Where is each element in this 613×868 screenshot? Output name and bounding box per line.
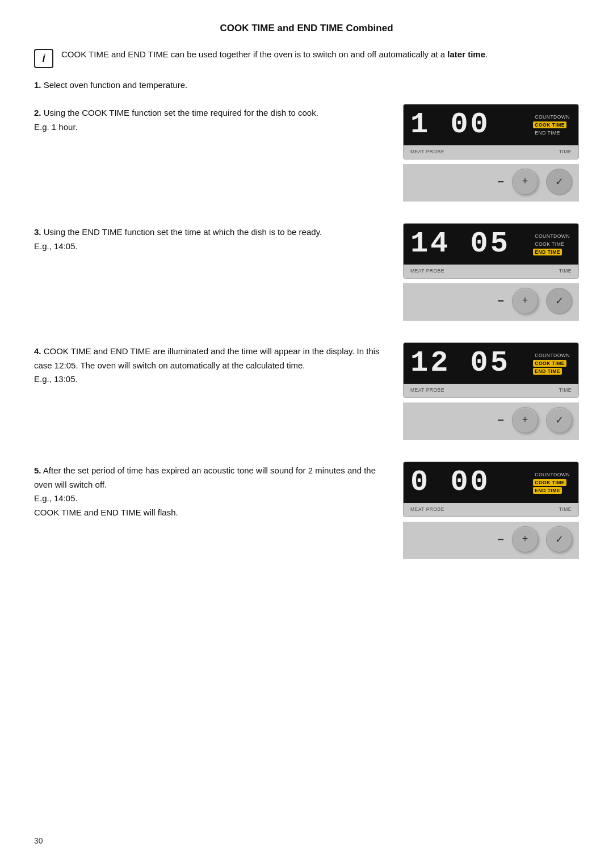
plus-icon-2: + — [522, 175, 528, 187]
confirm-btn-5[interactable]: ✓ — [546, 526, 572, 552]
step-2-eg: E.g. 1 hour. — [34, 122, 78, 132]
display-bottom-3: MEAT PROBE TIME — [404, 265, 578, 278]
label-meatprobe-3: MEAT PROBE — [410, 268, 444, 274]
step-5-number: 5. — [34, 466, 41, 475]
label-cooktime-4: COOK TIME — [533, 360, 566, 367]
display-digits-4: 12 05 — [410, 349, 528, 378]
minus-symbol-2: − — [497, 176, 504, 187]
step-2-body: Using the COOK TIME function set the tim… — [44, 108, 318, 118]
controls-row-3: − + ✓ — [403, 283, 579, 321]
confirm-btn-4[interactable]: ✓ — [546, 407, 572, 433]
info-note-text: COOK TIME and END TIME can be used toget… — [61, 48, 488, 61]
plus-btn-5[interactable]: + — [512, 526, 538, 552]
label-meatprobe-2: MEAT PROBE — [410, 149, 444, 154]
step-5-eg: E.g., 14:05. — [34, 493, 78, 503]
step-2-text: 2. Using the COOK TIME function set the … — [34, 104, 392, 135]
label-meatprobe-4: MEAT PROBE — [410, 387, 444, 393]
confirm-btn-2[interactable]: ✓ — [546, 169, 572, 195]
label-endtime-5: END TIME — [533, 487, 562, 494]
display-labels-2: COUNTDOWN COOK TIME END TIME — [533, 114, 572, 136]
label-cooktime-3: COOK TIME — [533, 241, 566, 248]
label-countdown-4: COUNTDOWN — [533, 352, 572, 359]
display-digits-3: 14 05 — [410, 229, 528, 259]
check-icon-4: ✓ — [555, 414, 564, 426]
label-cooktime-5: COOK TIME — [533, 479, 566, 486]
section-title: COOK TIME and END TIME Combined — [34, 23, 579, 34]
step-4-row: 4. COOK TIME and END TIME are illuminate… — [34, 342, 579, 440]
step-1: 1. Select oven function and temperature. — [34, 78, 579, 93]
minus-symbol-4: − — [497, 414, 504, 426]
step-2-row: 2. Using the COOK TIME function set the … — [34, 104, 579, 202]
controls-row-5: − + ✓ — [403, 522, 579, 559]
display-bottom-2: MEAT PROBE TIME — [404, 145, 578, 159]
display-top-5: 0 00 COUNTDOWN COOK TIME END TIME — [404, 462, 578, 503]
step-5-text: 5. After the set period of time has expi… — [34, 462, 392, 520]
label-countdown-2: COUNTDOWN — [533, 114, 572, 120]
display-digits-2: 1 00 — [410, 110, 528, 140]
controls-row-4: − + ✓ — [403, 402, 579, 440]
display-labels-5: COUNTDOWN COOK TIME END TIME — [533, 471, 572, 494]
step-5-display: 0 00 COUNTDOWN COOK TIME END TIME MEAT P… — [403, 462, 579, 559]
display-bottom-5: MEAT PROBE TIME — [404, 503, 578, 517]
display-labels-3: COUNTDOWN COOK TIME END TIME — [533, 233, 572, 255]
label-time-2: TIME — [559, 149, 572, 154]
check-icon-3: ✓ — [555, 295, 564, 307]
label-countdown-3: COUNTDOWN — [533, 233, 572, 240]
display-digits-5: 0 00 — [410, 468, 528, 497]
display-top-2: 1 00 COUNTDOWN COOK TIME END TIME — [404, 104, 578, 145]
minus-symbol-5: − — [497, 534, 504, 545]
label-meatprobe-5: MEAT PROBE — [410, 506, 444, 512]
step-4-eg: E.g., 13:05. — [34, 374, 78, 384]
oven-panel-3: 14 05 COUNTDOWN COOK TIME END TIME MEAT … — [403, 223, 579, 279]
step-3-number: 3. — [34, 227, 41, 237]
label-endtime-3: END TIME — [533, 249, 562, 255]
label-time-5: TIME — [559, 506, 572, 512]
step-3-row: 3. Using the END TIME function set the t… — [34, 223, 579, 321]
plus-btn-2[interactable]: + — [512, 169, 538, 195]
label-time-4: TIME — [559, 387, 572, 393]
plus-btn-3[interactable]: + — [512, 288, 538, 314]
step-5-row: 5. After the set period of time has expi… — [34, 462, 579, 559]
plus-icon-3: + — [522, 295, 528, 307]
confirm-btn-3[interactable]: ✓ — [546, 288, 572, 314]
step-3-display: 14 05 COUNTDOWN COOK TIME END TIME MEAT … — [403, 223, 579, 321]
info-icon: i — [34, 49, 53, 68]
check-icon-5: ✓ — [555, 533, 564, 546]
step-1-number: 1. — [34, 80, 41, 90]
step-3-text: 3. Using the END TIME function set the t… — [34, 223, 392, 254]
page-container: COOK TIME and END TIME Combined i COOK T… — [34, 23, 579, 559]
step-4-body: COOK TIME and END TIME are illuminated a… — [34, 346, 380, 370]
label-countdown-5: COUNTDOWN — [533, 471, 572, 478]
step-2-number: 2. — [34, 108, 41, 118]
plus-icon-4: + — [522, 414, 528, 426]
step-4-text: 4. COOK TIME and END TIME are illuminate… — [34, 342, 392, 387]
label-time-3: TIME — [559, 268, 572, 274]
plus-btn-4[interactable]: + — [512, 407, 538, 433]
display-labels-4: COUNTDOWN COOK TIME END TIME — [533, 352, 572, 375]
plus-icon-5: + — [522, 533, 528, 545]
step-4-number: 4. — [34, 346, 41, 356]
info-block: i COOK TIME and END TIME can be used tog… — [34, 48, 579, 68]
step-1-text: Select oven function and temperature. — [44, 80, 188, 90]
page-number: 30 — [34, 836, 43, 845]
controls-row-2: − + ✓ — [403, 164, 579, 202]
step-3-eg: E.g., 14:05. — [34, 241, 78, 251]
step-5-body: After the set period of time has expired… — [34, 466, 376, 489]
oven-panel-2: 1 00 COUNTDOWN COOK TIME END TIME MEAT P… — [403, 104, 579, 160]
oven-panel-4: 12 05 COUNTDOWN COOK TIME END TIME MEAT … — [403, 342, 579, 398]
oven-panel-5: 0 00 COUNTDOWN COOK TIME END TIME MEAT P… — [403, 462, 579, 517]
display-top-4: 12 05 COUNTDOWN COOK TIME END TIME — [404, 343, 578, 384]
step-2-display: 1 00 COUNTDOWN COOK TIME END TIME MEAT P… — [403, 104, 579, 202]
label-cooktime-2: COOK TIME — [533, 121, 566, 128]
label-endtime-4: END TIME — [533, 368, 562, 375]
minus-symbol-3: − — [497, 295, 504, 307]
display-top-3: 14 05 COUNTDOWN COOK TIME END TIME — [404, 224, 578, 265]
check-icon-2: ✓ — [555, 175, 564, 188]
step-5-eg2: COOK TIME and END TIME will flash. — [34, 508, 178, 517]
label-endtime-2: END TIME — [533, 129, 561, 136]
step-4-display: 12 05 COUNTDOWN COOK TIME END TIME MEAT … — [403, 342, 579, 440]
step-3-body: Using the END TIME function set the time… — [44, 227, 322, 237]
display-bottom-4: MEAT PROBE TIME — [404, 384, 578, 397]
